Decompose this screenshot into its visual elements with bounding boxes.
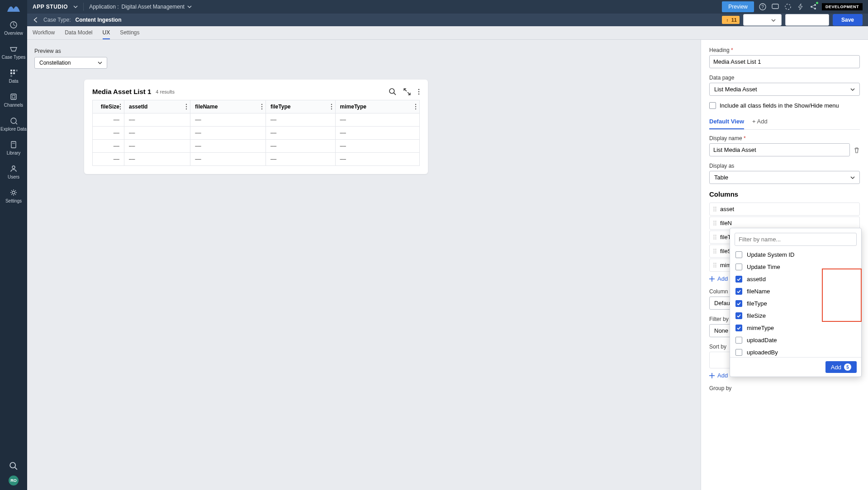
- sidebar-item-settings[interactable]: Settings: [0, 184, 27, 208]
- display-as-select[interactable]: Table: [709, 171, 860, 184]
- drag-handle-icon[interactable]: [713, 235, 716, 240]
- datapage-select[interactable]: List Media Asset: [709, 83, 860, 96]
- warning-count: 11: [731, 17, 737, 23]
- tab-data-model[interactable]: Data Model: [65, 26, 92, 39]
- column-option-Update-System-ID[interactable]: Update System ID: [730, 249, 861, 261]
- column-option-assetId[interactable]: assetId: [730, 273, 861, 285]
- preview-as-select[interactable]: Constellation: [34, 57, 107, 69]
- expand-icon: [403, 88, 411, 95]
- add-column-link[interactable]: Add: [709, 275, 728, 282]
- plus-icon: [709, 276, 715, 282]
- column-header-fileSize[interactable]: fileSize: [93, 100, 124, 113]
- card-menu-button[interactable]: [418, 89, 420, 95]
- save-and-run-button[interactable]: Save and run: [785, 14, 829, 26]
- bolt-button[interactable]: [797, 3, 805, 11]
- svg-rect-19: [13, 70, 15, 71]
- column-option-uploadedBy[interactable]: uploadedBy: [730, 346, 861, 357]
- sidebar-item-data[interactable]: Data: [0, 64, 27, 88]
- view-tab-add[interactable]: + Add: [752, 116, 768, 129]
- column-option-fileType[interactable]: fileType: [730, 297, 861, 310]
- sidebar-search-button[interactable]: [9, 462, 18, 470]
- preview-button[interactable]: Preview: [722, 1, 754, 12]
- view-tab-default[interactable]: Default View: [709, 116, 744, 129]
- expand-button[interactable]: [403, 88, 411, 95]
- column-option-checkbox[interactable]: [735, 312, 742, 319]
- kebab-icon: [261, 104, 263, 110]
- sidebar-item-channels[interactable]: Channels: [0, 88, 27, 112]
- display-name-input[interactable]: [709, 143, 850, 156]
- table-row: ––––––––––: [93, 127, 420, 140]
- add-sort-link[interactable]: Add: [709, 372, 728, 379]
- chevron-down-icon[interactable]: [73, 5, 78, 9]
- drag-handle-icon[interactable]: [713, 249, 716, 254]
- sidebar-item-users[interactable]: Users: [0, 160, 27, 184]
- help-button[interactable]: ?: [759, 3, 767, 11]
- sidebar-item-overview[interactable]: Overview: [0, 16, 27, 40]
- svg-point-38: [814, 8, 816, 9]
- table-cell: ––: [266, 140, 335, 153]
- column-menu-button[interactable]: [331, 104, 332, 110]
- column-option-label: uploadDate: [747, 337, 777, 344]
- chat-button[interactable]: [771, 3, 779, 11]
- check-icon: [737, 278, 741, 281]
- column-menu-button[interactable]: [185, 104, 187, 110]
- actions-button[interactable]: Actions: [743, 14, 782, 26]
- table-cell: ––: [335, 140, 419, 153]
- heading-input[interactable]: [709, 55, 860, 68]
- column-option-checkbox[interactable]: [735, 264, 742, 270]
- group-by-label: Group by: [709, 385, 860, 391]
- warning-badge[interactable]: 11: [722, 16, 740, 24]
- column-header-mimeType[interactable]: mimeType: [335, 100, 419, 113]
- logo-icon: [7, 3, 20, 12]
- back-button[interactable]: [33, 17, 39, 23]
- drag-handle-icon[interactable]: [713, 207, 716, 212]
- save-button[interactable]: Save: [833, 14, 863, 26]
- column-option-checkbox[interactable]: [735, 288, 742, 295]
- include-all-checkbox[interactable]: [709, 102, 716, 109]
- tab-settings[interactable]: Settings: [120, 26, 139, 39]
- column-header-fileName[interactable]: fileName: [190, 100, 266, 113]
- column-option-checkbox[interactable]: [735, 325, 742, 331]
- column-option-checkbox[interactable]: [735, 337, 742, 344]
- sidebar-item-explore-data[interactable]: Explore Data: [0, 112, 27, 136]
- column-filter-input[interactable]: [735, 233, 857, 246]
- column-menu-button[interactable]: [261, 104, 263, 110]
- column-row-label: asset: [720, 206, 734, 212]
- display-as-value: Table: [714, 174, 728, 181]
- share-icon: [810, 3, 817, 10]
- share-button[interactable]: [809, 3, 817, 11]
- application-dropdown[interactable]: Application : Digital Asset Management: [89, 4, 192, 10]
- sidebar-icon: [9, 165, 18, 173]
- media-asset-card: Media Asset List 1 4 results fileSizeass…: [84, 80, 428, 174]
- column-option-Update-Time[interactable]: Update Time: [730, 261, 861, 273]
- preview-as-value: Constellation: [39, 60, 71, 66]
- table-search-button[interactable]: [389, 88, 396, 95]
- drag-handle-icon[interactable]: [713, 221, 716, 226]
- column-option-checkbox[interactable]: [735, 276, 742, 283]
- activity-button[interactable]: [784, 3, 792, 11]
- datapage-label: Data page: [709, 75, 860, 81]
- column-menu-button[interactable]: [415, 104, 417, 110]
- add-selected-button[interactable]: Add 5: [825, 361, 857, 373]
- tab-ux[interactable]: UX: [103, 26, 110, 39]
- include-all-checkbox-row[interactable]: Include all class fields in the Show/Hid…: [709, 102, 860, 109]
- column-header-assetId[interactable]: assetId: [124, 100, 190, 113]
- column-menu-button[interactable]: [119, 104, 121, 110]
- delete-view-button[interactable]: [854, 147, 860, 153]
- sidebar-item-library[interactable]: Library: [0, 136, 27, 160]
- column-option-uploadDate[interactable]: uploadDate: [730, 334, 861, 346]
- sidebar-item-case-types[interactable]: Case Types: [0, 40, 27, 64]
- column-option-fileName[interactable]: fileName: [730, 285, 861, 297]
- column-option-checkbox[interactable]: [735, 349, 742, 356]
- tab-workflow[interactable]: Workflow: [33, 26, 55, 39]
- column-header-fileType[interactable]: fileType: [266, 100, 335, 113]
- column-option-fileSize[interactable]: fileSize: [730, 310, 861, 322]
- drag-handle-icon[interactable]: [713, 263, 716, 268]
- svg-text:?: ?: [761, 5, 764, 9]
- column-option-checkbox[interactable]: [735, 300, 742, 307]
- table-cell: ––: [266, 153, 335, 166]
- column-option-mimeType[interactable]: mimeType: [730, 322, 861, 334]
- column-option-checkbox[interactable]: [735, 251, 742, 258]
- column-row-assetId[interactable]: asset: [709, 203, 860, 216]
- avatar[interactable]: RO: [9, 476, 19, 485]
